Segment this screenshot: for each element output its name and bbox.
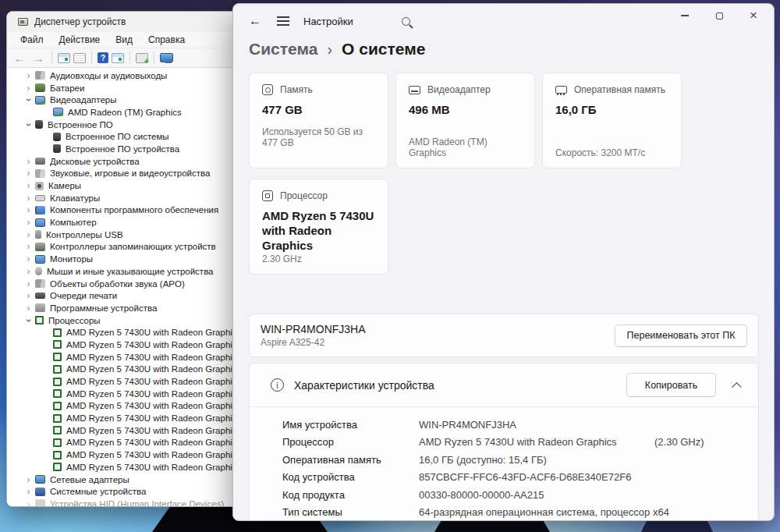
back-icon[interactable] [249, 14, 272, 28]
chevron-right-icon[interactable] [22, 241, 35, 252]
menu-item-view[interactable]: Вид [108, 33, 140, 47]
cpu-icon [53, 438, 62, 447]
help-icon[interactable] [98, 52, 108, 63]
spec-extra: (2.30 GHz) [654, 436, 704, 448]
tree-item-label: AMD Ryzen 5 7430U with Radeon Graphics [66, 426, 241, 435]
network-adapters-icon [35, 475, 45, 484]
device-name-card: WIN-PR4MONFJ3HA Aspire A325-42 Переимено… [249, 314, 759, 357]
software-components-icon [35, 206, 45, 215]
minimize-button[interactable] [668, 4, 702, 27]
gpu-icon [409, 86, 420, 94]
chevron-right-icon[interactable] [22, 254, 35, 264]
chevron-right-icon[interactable] [22, 70, 35, 81]
camera-icon [35, 182, 44, 190]
pc-name: WIN-PR4MONFJ3HA [261, 323, 366, 335]
breadcrumb-separator-icon [327, 40, 332, 59]
card-value: 16,0 ГБ [555, 102, 668, 117]
card-header: Оперативная память [555, 84, 668, 95]
breadcrumb: Система О системе [249, 40, 425, 59]
storage-card: Память477 GBИспользуется 50 GB из 477 GB [249, 73, 388, 168]
chevron-right-icon[interactable] [22, 217, 35, 228]
card-label: Память [280, 84, 313, 95]
device-name-block: WIN-PR4MONFJ3HA Aspire A325-42 [261, 323, 366, 348]
back-icon[interactable] [12, 50, 27, 66]
chevron-down-icon[interactable] [23, 314, 34, 327]
chevron-right-icon[interactable] [22, 156, 35, 167]
chevron-down-icon[interactable] [23, 118, 34, 131]
ram-icon [555, 86, 567, 94]
processors-icon [35, 316, 44, 325]
audio-endpoints-icon [35, 71, 45, 80]
chevron-right-icon[interactable] [22, 474, 35, 485]
tree-item-label: Очереди печати [50, 291, 117, 300]
card-label: Оперативная память [574, 84, 665, 95]
tree-item-label: Батареи [50, 83, 84, 93]
tree-item-label: Контроллеры запоминающих устройств [50, 242, 216, 251]
scan-hardware-icon[interactable] [136, 53, 148, 63]
cpu-icon [53, 328, 62, 337]
gpu-card: Видеоадаптер496 MBAMD Radeon (TM) Graphi… [395, 73, 535, 168]
chevron-right-icon[interactable] [22, 290, 35, 301]
toolbar-separator [51, 51, 52, 64]
chevron-right-icon[interactable] [22, 266, 35, 277]
chevron-right-icon[interactable] [22, 498, 35, 506]
chevron-right-icon[interactable] [22, 180, 35, 191]
hamburger-menu-icon[interactable] [277, 16, 289, 26]
monitors-icon [35, 255, 45, 264]
chevron-right-icon[interactable] [22, 278, 35, 289]
chevron-right-icon[interactable] [22, 486, 35, 497]
tree-item-label: AMD Ryzen 5 7430U with Radeon Graphics [66, 463, 241, 472]
display-adapters-icon [35, 96, 45, 105]
tree-item-label: Объекты обработки звука (APO) [50, 279, 185, 289]
forward-icon[interactable] [30, 50, 46, 66]
spec-value: AMD Ryzen 5 7430U with Radeon Graphics [419, 436, 617, 448]
search-icon[interactable] [402, 17, 410, 26]
audio-processing-objects-icon [35, 279, 45, 288]
tree-item-label: Контроллеры USB [46, 230, 123, 239]
tree-item-label: AMD Radeon (TM) Graphics [68, 108, 182, 117]
software-devices-icon [35, 303, 45, 312]
chevron-right-icon[interactable] [22, 229, 35, 240]
cpu-icon [53, 463, 62, 471]
show-properties-icon[interactable] [58, 53, 70, 63]
cpu-icon [53, 426, 62, 434]
cpu-icon [53, 365, 62, 374]
breadcrumb-system[interactable]: Система [249, 40, 317, 59]
page-title: О системе [342, 40, 425, 59]
chevron-right-icon[interactable] [22, 303, 35, 314]
keyboard-icon [35, 195, 45, 201]
chevron-down-icon[interactable] [23, 94, 34, 107]
tree-item-label: Компьютер [50, 218, 97, 227]
tree-item-label: Программные устройства [50, 303, 157, 313]
card-caption: 2.30 GHz [262, 254, 375, 264]
card-label: Процессор [280, 190, 328, 201]
card-value: 496 MB [409, 102, 522, 117]
menu-item-file[interactable]: Файл [13, 33, 51, 47]
device-specs-header[interactable]: Характеристики устройства Копировать [250, 364, 758, 406]
show-list-icon[interactable] [73, 53, 86, 63]
battery-icon [35, 83, 45, 92]
tree-item-label: AMD Ryzen 5 7430U with Radeon Graphics [66, 340, 241, 349]
ram-card: Оперативная память16,0 ГБСкорость: 3200 … [542, 73, 682, 168]
remote-desktop-icon[interactable] [160, 53, 173, 62]
chevron-right-icon[interactable] [22, 204, 35, 215]
card-header: Видеоадаптер [409, 84, 522, 95]
menu-item-help[interactable]: Справка [141, 33, 192, 47]
cpu-icon [53, 402, 62, 410]
tree-item-label: Звуковые, игровые и видеоустройства [50, 168, 210, 178]
device-details-icon[interactable] [112, 53, 124, 63]
menu-item-action[interactable]: Действие [52, 33, 108, 47]
tree-item-label: Встроенное ПО устройства [66, 144, 179, 154]
info-icon [271, 378, 284, 392]
chevron-up-icon[interactable] [732, 382, 742, 392]
rename-pc-button[interactable]: Переименовать этот ПК [615, 325, 747, 347]
device-manager-title: Диспетчер устройств [34, 16, 126, 27]
chevron-right-icon[interactable] [22, 193, 35, 204]
chevron-right-icon[interactable] [22, 83, 35, 94]
card-caption: Используется 50 GB из 477 GB [262, 126, 375, 148]
copy-button[interactable]: Копировать [626, 373, 716, 397]
maximize-button[interactable] [702, 4, 736, 27]
tree-item-label: Компоненты программного обеспечения [50, 205, 218, 215]
chevron-right-icon[interactable] [22, 168, 35, 179]
close-button[interactable] [736, 4, 771, 27]
